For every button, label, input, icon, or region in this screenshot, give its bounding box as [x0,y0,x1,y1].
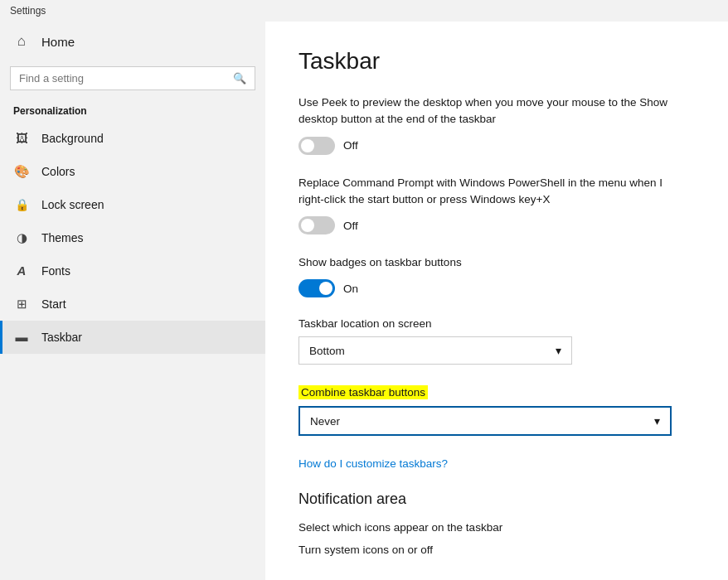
badges-description: Show badges on taskbar buttons [298,254,680,271]
sidebar-item-fonts[interactable]: Fonts [0,254,265,288]
sidebar-label-colors: Colors [41,165,75,178]
sidebar-item-lock-screen[interactable]: Lock screen [0,188,265,221]
notification-select-icons-link[interactable]: Select which icons appear on the taskbar [298,521,695,534]
notification-area-heading: Notification area [298,491,695,508]
home-icon [13,33,30,50]
peek-description: Use Peek to preview the desktop when you… [298,94,680,128]
peek-toggle[interactable] [298,137,335,155]
app-title: Settings [10,5,46,17]
notification-area-section: Notification area Select which icons app… [298,491,695,556]
lock-icon [13,197,30,212]
taskbar-icon [13,330,30,345]
taskbar-location-chevron: ▾ [556,344,561,357]
badges-toggle[interactable] [298,279,335,297]
taskbar-location-dropdown[interactable]: Bottom ▾ [298,336,572,365]
search-box[interactable]: 🔍 [10,66,255,90]
themes-icon [13,230,30,245]
start-icon [13,297,30,312]
home-label: Home [41,35,75,49]
badges-setting: Show badges on taskbar buttons On [298,254,695,297]
personalization-label: Personalization [0,99,265,122]
sidebar-label-themes: Themes [41,231,84,244]
sidebar-item-start[interactable]: Start [0,288,265,321]
sidebar-item-colors[interactable]: Colors [0,155,265,188]
sidebar-label-background: Background [41,132,104,145]
search-icon: 🔍 [233,72,246,85]
badges-toggle-label: On [343,283,358,295]
sidebar-label-lock-screen: Lock screen [41,198,104,211]
powershell-toggle-row: Off [298,216,695,234]
search-input[interactable] [19,72,233,85]
powershell-setting: Replace Command Prompt with Windows Powe… [298,175,695,235]
home-button[interactable]: Home [0,22,265,61]
combine-buttons-dropdown[interactable]: Never ▾ [298,406,672,436]
fonts-icon [13,263,30,278]
notification-system-icons-link[interactable]: Turn system icons on or off [298,544,695,556]
customize-link-section: How do I customize taskbars? [298,456,695,471]
badges-toggle-row: On [298,279,695,297]
sidebar-item-taskbar[interactable]: Taskbar [0,321,265,354]
combine-buttons-label: Combine taskbar buttons [298,385,428,399]
peek-setting: Use Peek to preview the desktop when you… [298,94,695,155]
sidebar-item-themes[interactable]: Themes [0,221,265,254]
sidebar-label-fonts: Fonts [41,264,70,278]
background-icon [13,131,30,146]
customize-taskbars-link[interactable]: How do I customize taskbars? [298,457,448,470]
main-layout: Home 🔍 Personalization BackgroundColorsL… [0,22,728,580]
peek-toggle-label: Off [343,139,358,152]
sidebar-label-start: Start [41,297,66,311]
combine-buttons-section: Combine taskbar buttons Never ▾ [298,384,695,436]
content-area: Taskbar Use Peek to preview the desktop … [265,22,728,580]
peek-toggle-row: Off [298,137,695,155]
title-bar: Settings [0,0,728,22]
sidebar-item-background[interactable]: Background [0,122,265,155]
powershell-description: Replace Command Prompt with Windows Powe… [298,175,680,209]
combine-buttons-value: Never [310,415,340,428]
powershell-toggle-label: Off [343,220,358,232]
page-title: Taskbar [298,48,695,75]
colors-icon [13,164,30,179]
taskbar-location-value: Bottom [309,345,345,357]
taskbar-location-section: Taskbar location on screen Bottom ▾ [298,317,695,365]
taskbar-location-label: Taskbar location on screen [298,317,695,330]
sidebar: Home 🔍 Personalization BackgroundColorsL… [0,22,265,580]
combine-buttons-chevron: ▾ [654,414,660,428]
powershell-toggle[interactable] [298,216,335,234]
nav-items-list: BackgroundColorsLock screenThemesFontsSt… [0,122,265,354]
sidebar-label-taskbar: Taskbar [41,331,82,344]
